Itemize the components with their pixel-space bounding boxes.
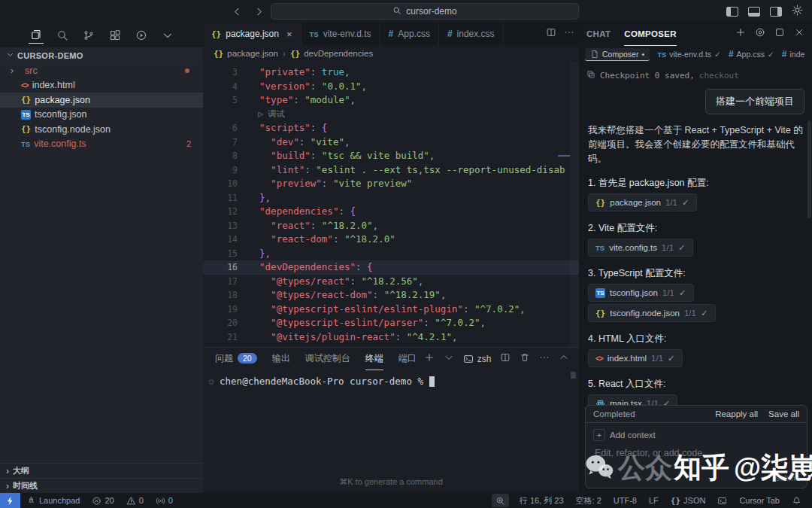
- sidebar-section-时间线[interactable]: ›时间线: [0, 478, 203, 493]
- status-LF[interactable]: LF: [643, 493, 665, 508]
- code-line-18[interactable]: 18 "@types/react-dom": "^18.2.19",: [203, 288, 579, 303]
- code-line-11[interactable]: 11 },: [203, 191, 579, 205]
- composer-chip-inde[interactable]: #inde: [782, 49, 805, 59]
- status-termbox[interactable]: [711, 493, 733, 508]
- file-row-package.json[interactable]: {}package.json: [0, 93, 203, 108]
- code-line-7[interactable]: 7 "dev": "vite",: [203, 135, 579, 150]
- code-line-3[interactable]: 3 "private": true,: [203, 65, 579, 80]
- forward-icon[interactable]: [253, 6, 265, 17]
- breadcrumb-item-package.json[interactable]: {}package.json: [214, 49, 278, 59]
- chevron-down-icon[interactable]: [160, 27, 175, 44]
- code-lens-debug[interactable]: ▷ 调试: [248, 108, 285, 122]
- trash-icon[interactable]: [520, 352, 530, 366]
- search-icon[interactable]: [55, 27, 70, 44]
- status-0[interactable]: 0: [120, 493, 150, 508]
- tab-package.json[interactable]: {}package.json×: [203, 23, 301, 45]
- tab-composer[interactable]: COMPOSER: [624, 23, 677, 46]
- status-0[interactable]: 0: [150, 493, 179, 508]
- extensions-icon[interactable]: [108, 27, 123, 44]
- toggle-left-sidebar-icon[interactable]: [726, 7, 738, 17]
- code-lens[interactable]: ▷ 调试: [203, 108, 579, 122]
- status-bell[interactable]: [786, 493, 807, 508]
- editor-scrollbar[interactable]: [570, 62, 579, 347]
- code-line-15[interactable]: 15 },: [203, 247, 579, 261]
- source-control-icon[interactable]: [81, 27, 96, 44]
- chevron-up-icon[interactable]: [559, 352, 569, 366]
- panel-tab-问题[interactable]: 问题20: [215, 348, 257, 370]
- composer-chip-Composer[interactable]: Composer•: [585, 48, 650, 61]
- file-pill-index.html[interactable]: <>index.html1/1✓: [588, 349, 683, 367]
- button-reapply-all[interactable]: Reapply all: [715, 409, 758, 418]
- back-icon[interactable]: [232, 6, 243, 17]
- status-UTF-8[interactable]: UTF-8: [607, 493, 643, 508]
- explorer-header[interactable]: CURSOR-DEMO: [0, 47, 203, 63]
- status-Launchpad[interactable]: Launchpad: [20, 493, 86, 508]
- code-line-21[interactable]: 21 "@vitejs/plugin-react": "^4.2.1",: [203, 330, 579, 345]
- button-save-all[interactable]: Save all: [768, 409, 799, 418]
- tab-App.css[interactable]: #App.css: [380, 23, 439, 45]
- breadcrumb[interactable]: {}package.json›{}devDependencies: [203, 45, 579, 62]
- add-context-button[interactable]: + Add context: [593, 429, 656, 441]
- file-row-tsconfig.node.json[interactable]: {}tsconfig.node.json: [0, 122, 203, 137]
- panel-tab-输出[interactable]: 输出: [272, 348, 290, 370]
- composer-input[interactable]: Edit, refactor, or add code: [586, 441, 807, 458]
- code-line-19[interactable]: 19 "@typescript-eslint/eslint-plugin": "…: [203, 303, 579, 317]
- status-行 16, 列 23[interactable]: 行 16, 列 23: [514, 493, 570, 508]
- status-空格: 2[interactable]: 空格: 2: [570, 493, 607, 508]
- code-line-8[interactable]: 8 "build": "tsc && vite build",: [203, 149, 579, 163]
- remote-indicator[interactable]: [0, 493, 20, 508]
- file-row-tsconfig.json[interactable]: TStsconfig.json: [0, 108, 203, 123]
- tab-vite-env.d.ts[interactable]: TSvite-env.d.ts: [301, 23, 380, 45]
- more-actions-icon[interactable]: [564, 27, 574, 41]
- plus-icon[interactable]: [424, 352, 435, 366]
- code-line-6[interactable]: 6 "scripts": {: [203, 121, 579, 135]
- settings-gear-icon[interactable]: [792, 5, 803, 19]
- file-row-src[interactable]: ›src: [0, 63, 203, 78]
- terminal-output[interactable]: ○ chen@chendeMacBook-Pro cursor-demo %: [203, 370, 579, 387]
- split-editor-icon[interactable]: [546, 27, 556, 41]
- toggle-right-sidebar-icon[interactable]: [770, 7, 782, 17]
- files-icon[interactable]: [29, 26, 44, 44]
- file-row-index.html[interactable]: <>index.html: [0, 78, 203, 93]
- close-icon[interactable]: ×: [286, 29, 292, 40]
- file-pill-package.json[interactable]: {}package.json1/1✓: [588, 193, 697, 211]
- terminal-scrollbar[interactable]: [571, 372, 576, 379]
- code-line-20[interactable]: 20 "@typescript-eslint/parser": "^7.0.2"…: [203, 316, 579, 330]
- history-icon[interactable]: [755, 27, 765, 41]
- chevron-down-icon[interactable]: [444, 352, 454, 366]
- toggle-panel-icon[interactable]: [748, 7, 760, 17]
- tab-chat[interactable]: CHAT: [586, 23, 611, 45]
- panel-tab-终端[interactable]: 终端: [365, 348, 383, 370]
- status-JSON[interactable]: {}JSON: [665, 493, 712, 508]
- window-icon[interactable]: [774, 27, 785, 41]
- status-Cursor Tab[interactable]: Cursor Tab: [733, 493, 786, 508]
- composer-chip-App.css[interactable]: #App.css✓: [729, 49, 774, 59]
- sidebar-section-大纲[interactable]: ›大纲: [0, 463, 203, 478]
- shell-selector[interactable]: zsh: [463, 354, 492, 364]
- command-search-box[interactable]: cursor-demo: [271, 3, 579, 20]
- breadcrumb-item-devDependencies[interactable]: {}devDependencies: [290, 49, 373, 59]
- run-debug-icon[interactable]: [134, 27, 149, 44]
- file-row-vite.config.ts[interactable]: TSvite.config.ts2: [0, 137, 203, 152]
- close-icon[interactable]: [794, 27, 804, 41]
- code-editor[interactable]: 3 "private": true,4 "version": "0.0.1",5…: [203, 62, 579, 347]
- file-pill-vite.config.ts[interactable]: TSvite.config.ts1/1✓: [588, 239, 693, 257]
- code-line-17[interactable]: 17 "@types/react": "^18.2.56",: [203, 275, 579, 289]
- panel-tab-端口[interactable]: 端口: [398, 348, 417, 370]
- file-pill-tsconfig.node.json[interactable]: {}tsconfig.node.json1/1✓: [588, 304, 716, 322]
- code-line-9[interactable]: 9 "lint": "eslint . --ext ts,tsx --repor…: [203, 163, 579, 178]
- split-icon[interactable]: [500, 352, 511, 366]
- more-icon[interactable]: [539, 352, 550, 366]
- file-pill-tsconfig.json[interactable]: TStsconfig.json1/1✓: [588, 284, 694, 302]
- code-line-16[interactable]: 16 "devDependencies": {: [203, 260, 579, 275]
- panel-tab-调试控制台[interactable]: 调试控制台: [305, 348, 350, 370]
- composer-chip-vite-env.d.ts[interactable]: TSvite-env.d.ts✓: [657, 50, 721, 59]
- code-line-10[interactable]: 10 "preview": "vite preview": [203, 177, 579, 191]
- plus-icon[interactable]: [735, 27, 746, 41]
- checkpoint-checkout-link[interactable]: checkout: [699, 71, 739, 81]
- status-20[interactable]: 20: [86, 493, 120, 508]
- submit-button[interactable]: submit: [776, 473, 799, 482]
- code-line-13[interactable]: 13 "react": "^18.2.0",: [203, 219, 579, 233]
- code-line-14[interactable]: 14 "react-dom": "^18.2.0": [203, 233, 579, 247]
- status-zoomplus[interactable]: [492, 494, 509, 507]
